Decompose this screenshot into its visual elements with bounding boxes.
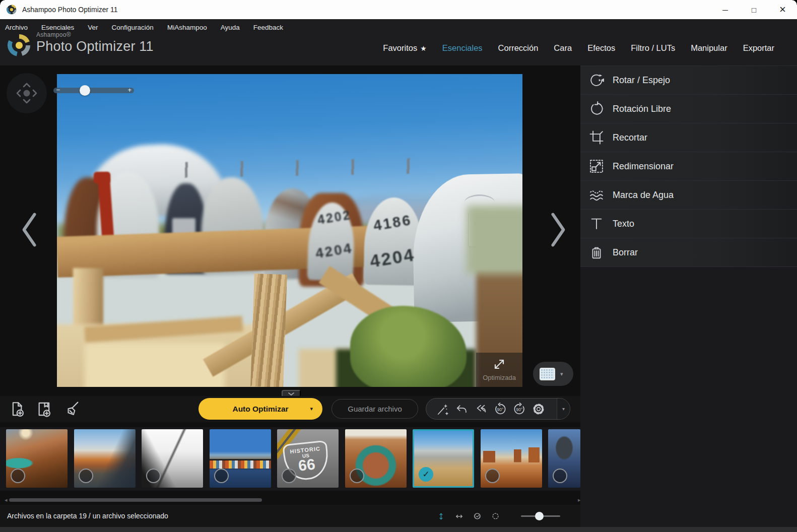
maximize-button[interactable]: □	[740, 0, 768, 19]
star-icon: ★	[420, 44, 427, 52]
zoom-in-icon[interactable]: +	[127, 86, 131, 94]
filmstrip: HISTORIC US 66 ✓	[0, 427, 580, 491]
thumbnail-harbor-houses[interactable]	[210, 429, 271, 488]
preview-mode-toggle[interactable]: ▾	[533, 362, 573, 386]
fit-height-button[interactable]	[434, 509, 448, 523]
thumbnail-checkbox[interactable]	[79, 469, 93, 483]
edit-tools-group: 90° 90°	[426, 398, 570, 420]
titlebar: Ashampoo Photo Optimizer 11 ─ □ ×	[0, 0, 797, 19]
clear-list-broom-button[interactable]	[59, 397, 83, 421]
thumbnail-fog-bridge[interactable]	[142, 429, 203, 488]
tab-cara[interactable]: Cara	[554, 43, 572, 53]
pan-center-dot	[24, 90, 30, 97]
thumbnail-checkbox[interactable]	[350, 469, 364, 483]
tab-favoritos[interactable]: Favoritos★	[383, 43, 426, 53]
tab-correccion[interactable]: Corrección	[498, 43, 539, 53]
free-rotation-icon	[589, 101, 604, 116]
tab-efectos[interactable]: Efectos	[587, 43, 615, 53]
sidebar-item-rotar-espejo[interactable]: Rotar / Espejo	[580, 66, 797, 95]
fit-height-icon	[437, 510, 445, 523]
magic-wand-button[interactable]	[433, 400, 452, 419]
thumbnail-checkbox[interactable]	[146, 469, 161, 483]
auto-optimize-label: Auto Optimizar	[232, 405, 288, 414]
previous-image-button[interactable]	[14, 210, 39, 248]
add-folder-button[interactable]	[33, 397, 56, 421]
fit-width-icon	[455, 510, 463, 523]
editor-canvas: 4202 4204 4186 4204 Optimizada	[0, 65, 580, 527]
sidebar-item-rotacion-libre[interactable]: Rotación Libre	[580, 95, 797, 123]
optimized-overlay: Optimizada	[476, 353, 522, 387]
folder-status-text: Archivos en la carpeta 19 / un archivo s…	[7, 505, 168, 527]
menu-ayuda[interactable]: Ayuda	[221, 24, 240, 36]
tab-exportar[interactable]: Exportar	[743, 43, 774, 53]
brand-row: Ashampoo® Photo Optimizer 11 Favoritos★ …	[0, 36, 797, 65]
thumbnail-checkbox[interactable]	[485, 469, 500, 483]
sidebar-item-recortar[interactable]: Recortar	[580, 123, 797, 152]
thumbnail-mailboxes-selected[interactable]: ✓	[413, 429, 474, 488]
brand-text: Ashampoo® Photo Optimizer 11	[36, 31, 154, 54]
zoom-slider[interactable]: − +	[53, 88, 134, 93]
pan-left-icon	[17, 90, 20, 96]
refresh-selection-button[interactable]	[489, 509, 502, 523]
rotate-left-90-button[interactable]: 90°	[491, 400, 510, 419]
save-file-button[interactable]: Guardar archivo	[331, 399, 418, 419]
expand-fullscreen-icon[interactable]	[491, 356, 508, 373]
thumbnail-checkbox[interactable]	[553, 469, 567, 483]
pan-control[interactable]	[7, 73, 47, 113]
zoom-out-icon[interactable]: −	[56, 86, 60, 94]
sidebar-item-marca-de-agua[interactable]: Marca de Agua	[580, 181, 797, 210]
minimize-button[interactable]: ─	[711, 0, 740, 19]
preview-mode-caret-icon[interactable]: ▾	[560, 371, 563, 377]
tab-manipular[interactable]: Manipular	[691, 43, 727, 53]
pan-up-icon	[24, 84, 30, 87]
close-button[interactable]: ×	[768, 0, 797, 19]
thumbnail-checkbox-checked[interactable]: ✓	[419, 467, 433, 482]
thumbnail-canyon-lake[interactable]	[6, 429, 68, 488]
scrollbar-thumb[interactable]	[9, 498, 262, 502]
sidebar-item-borrar[interactable]: Borrar	[580, 238, 797, 267]
app-window: Ashampoo Photo Optimizer 11 ─ □ × Archiv…	[0, 0, 797, 532]
main-tabs: Favoritos★ Esenciales Corrección Cara Ef…	[383, 36, 774, 60]
file-actions	[6, 397, 83, 421]
thumbnail-checkbox[interactable]	[282, 469, 296, 483]
menu-feedback[interactable]: Feedback	[253, 24, 283, 36]
settings-gear-button[interactable]	[529, 400, 548, 419]
auto-optimize-button[interactable]: Auto Optimizar ▾	[198, 398, 322, 420]
rotate-right-label: 90°	[516, 407, 523, 412]
main-area: 4202 4204 4186 4204 Optimizada	[0, 65, 797, 527]
add-files-button[interactable]	[6, 397, 29, 421]
auto-optimize-caret-icon[interactable]: ▾	[310, 406, 313, 412]
thumbnail-checkbox[interactable]	[214, 469, 229, 483]
fit-width-button[interactable]	[452, 509, 466, 523]
window-controls: ─ □ ×	[711, 0, 797, 19]
pan-right-icon	[33, 90, 36, 96]
thumbnail-route-66[interactable]: HISTORIC US 66	[277, 429, 339, 488]
statusbar: Archivos en la carpeta 19 / un archivo s…	[0, 505, 580, 527]
thumbnail-horseshoe-bend[interactable]	[345, 429, 407, 488]
zoom-slider-thumb[interactable]	[80, 85, 90, 96]
undo-button[interactable]	[452, 400, 472, 419]
filmstrip-scrollbar[interactable]: ◂ ▸	[0, 497, 580, 503]
rotate-right-90-button[interactable]: 90°	[510, 400, 529, 419]
next-image-button[interactable]	[542, 210, 567, 248]
tools-dropdown-caret[interactable]: ▾	[557, 398, 570, 419]
bottom-toolbar: Auto Optimizar ▾ Guardar archivo	[0, 396, 580, 422]
select-optimized-button[interactable]	[471, 509, 484, 523]
menu-miashampoo[interactable]: MiAshampoo	[167, 24, 207, 36]
resize-icon	[589, 159, 604, 174]
tab-filtro-luts[interactable]: Filtro / LUTs	[631, 43, 675, 53]
thumbnail-checkbox[interactable]	[11, 469, 25, 483]
undo-all-button[interactable]	[472, 400, 491, 419]
thumbnail-mountain-harbor[interactable]	[548, 429, 580, 488]
sidebar-item-texto[interactable]: Texto	[580, 210, 797, 238]
thumbnail-manarola-village[interactable]	[74, 429, 136, 488]
photo-canvas[interactable]: 4202 4204 4186 4204 Optimizada	[57, 74, 522, 387]
tab-esenciales[interactable]: Esenciales	[442, 43, 483, 53]
thumbnail-size-slider-thumb[interactable]	[535, 512, 544, 520]
brand-logo-icon	[7, 33, 32, 58]
watermark-icon	[589, 187, 604, 203]
sidebar-item-redimensionar[interactable]: Redimensionar	[580, 152, 797, 181]
thumbnail-monument-valley[interactable]	[481, 429, 542, 488]
scroll-right-icon[interactable]: ▸	[575, 496, 580, 504]
thumbnail-size-slider[interactable]	[521, 515, 560, 517]
